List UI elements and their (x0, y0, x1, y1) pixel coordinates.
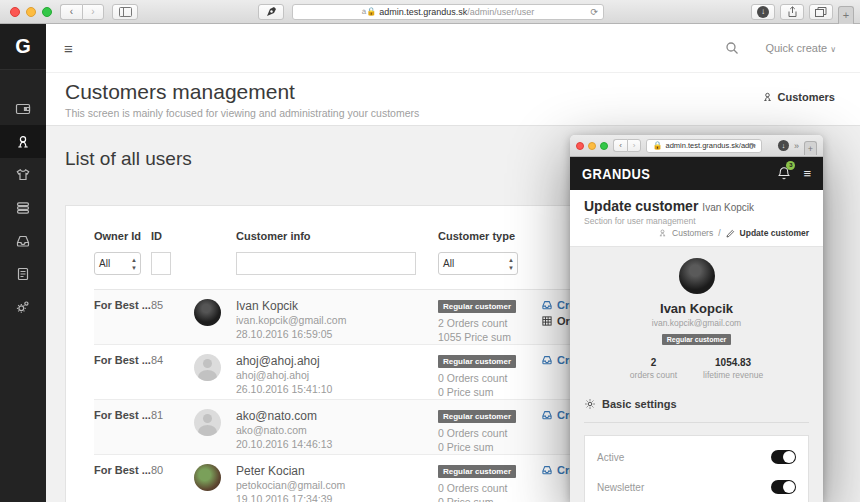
chevron-down-icon: ∨ (830, 45, 836, 54)
address-bar[interactable]: 🔒 admin.test.grandus.sk/adm ⟳ (646, 139, 762, 153)
menu-toggle-icon[interactable]: ≡ (803, 166, 811, 181)
storage-icon (15, 200, 31, 216)
cell-customer-type: Regular customer2 Orders count1055 Price… (438, 299, 541, 344)
setting-label: Newsletter (597, 482, 644, 493)
tabs-overview-button[interactable] (809, 4, 833, 20)
new-tab-button[interactable]: + (838, 6, 854, 24)
customer-type-badge: Regular customer (438, 300, 516, 313)
quick-create-dropdown[interactable]: Quick create∨ (765, 42, 836, 54)
customer-type-badge: Regular customer (438, 465, 516, 478)
sidebar-item-settings[interactable] (0, 290, 46, 323)
minimize-window-button[interactable] (588, 142, 596, 150)
create-mail-icon (541, 299, 553, 311)
reload-icon[interactable]: ⟳ (748, 141, 756, 151)
sidebar-item-inbox[interactable] (0, 224, 46, 257)
customer-name[interactable]: ako@nato.com (236, 409, 438, 423)
grandus-logo[interactable]: G (0, 24, 46, 70)
breadcrumb: Customers / Update customer (658, 228, 809, 238)
toolbar-overflow-icon[interactable]: » (794, 141, 799, 151)
owner-filter-select[interactable]: All▲▼ (94, 252, 141, 275)
col-customer-info[interactable]: Customer info (236, 230, 438, 242)
cell-customer-info: ako@nato.comako@nato.com20.10.2016 14:46… (236, 409, 438, 451)
reload-icon[interactable]: ⟳ (590, 7, 598, 17)
settings-divider (584, 422, 809, 423)
stepper-icon: ▲▼ (508, 256, 514, 272)
newsletter-toggle[interactable] (771, 480, 796, 494)
col-id[interactable]: ID (151, 230, 194, 242)
customer-name: Ivan Kopcik (570, 301, 823, 316)
avatar (194, 409, 221, 436)
price-sum: 0 Price sum (438, 440, 541, 454)
col-owner-id[interactable]: Owner Id (94, 230, 151, 242)
customer-name[interactable]: ahoj@ahoj.ahoj (236, 354, 438, 368)
id-filter-input[interactable] (151, 252, 171, 275)
price-sum: 0 Price sum (438, 495, 541, 502)
search-icon[interactable] (725, 41, 739, 55)
orders-grid-icon (541, 315, 553, 327)
customer-profile-card: Ivan Kopcik ivan.kopcik@gmail.com Regula… (570, 247, 823, 385)
share-button[interactable] (780, 4, 804, 20)
overlay-app-header: GRANDUS 3 ≡ (570, 157, 823, 190)
notification-badge: 3 (786, 161, 795, 170)
close-window-button[interactable] (10, 7, 20, 17)
sidebar-item-products[interactable] (0, 158, 46, 191)
create-mail-icon (541, 464, 553, 476)
customer-email: ako@nato.com (236, 423, 438, 437)
customer-created-date: 19.10.2016 17:34:39 (236, 492, 438, 502)
downloads-button[interactable]: ↓ (751, 4, 775, 20)
new-tab-button[interactable]: + (804, 141, 817, 155)
back-button[interactable]: ‹ (60, 4, 82, 20)
app-header: ≡ Quick create∨ (46, 24, 860, 72)
customer-info-filter-input[interactable] (236, 252, 416, 275)
gear-icon (584, 398, 596, 410)
breadcrumb-current: Update customer (740, 228, 809, 238)
price-sum: 1055 Price sum (438, 330, 541, 344)
sidebar-item-orders[interactable] (0, 92, 46, 125)
stat-value: 2 (630, 357, 677, 368)
url-host: admin.test.grandus.sk (379, 7, 467, 17)
sidebar-item-pages[interactable] (0, 257, 46, 290)
page-title: Customers management (65, 80, 836, 104)
forward-button[interactable]: › (82, 4, 104, 20)
download-icon[interactable]: ↓ (778, 140, 789, 151)
cell-customer-info: Ivan Kopcikivan.kopcik@gmail.com28.10.20… (236, 299, 438, 341)
extension-button[interactable] (258, 4, 284, 20)
active-toggle[interactable] (771, 450, 796, 464)
forward-button[interactable]: › (627, 139, 641, 152)
orders-count: 0 Orders count (438, 481, 541, 495)
back-button[interactable]: ‹ (613, 139, 627, 152)
sidebar-item-customers[interactable] (0, 125, 46, 158)
lock-icon: 🔒 (652, 141, 662, 150)
address-bar[interactable]: à🔒 admin.test.grandus.sk/admin/user/user… (292, 4, 604, 20)
create-mail-icon (541, 409, 553, 421)
customer-name[interactable]: Peter Kocian (236, 464, 438, 478)
cell-customer-info: ahoj@ahoj.ahojahoj@ahoj.ahoj26.10.2016 1… (236, 354, 438, 396)
avatar (679, 258, 715, 294)
sidebar-nav: G (0, 24, 46, 502)
minimize-window-button[interactable] (26, 7, 36, 17)
customer-name[interactable]: Ivan Kopcik (236, 299, 438, 313)
url-text: admin.test.grandus.sk/adm (665, 141, 755, 150)
menu-toggle-icon[interactable]: ≡ (64, 40, 73, 57)
create-mail-icon (541, 354, 553, 366)
breadcrumb-customers[interactable]: Customers (672, 228, 713, 238)
person-icon (658, 228, 667, 238)
close-window-button[interactable] (576, 142, 584, 150)
cell-owner-id: For Best ... (94, 299, 151, 311)
basic-settings-heading: Basic settings (570, 385, 823, 410)
type-filter-select[interactable]: All▲▼ (438, 252, 518, 275)
col-customer-type[interactable]: Customer type (438, 230, 541, 242)
sidebar-toggle-button[interactable] (112, 4, 138, 20)
overlay-subtitle: Section for user management (584, 216, 809, 226)
zoom-window-button[interactable] (42, 7, 52, 17)
customers-icon (15, 134, 31, 150)
sidebar-item-storage[interactable] (0, 191, 46, 224)
profile-stat: 2orders count (630, 357, 677, 380)
grandus-wordmark[interactable]: GRANDUS (582, 166, 650, 182)
zoom-window-button[interactable] (600, 142, 608, 150)
price-sum: 0 Price sum (438, 385, 541, 399)
customers-context-link[interactable]: Customers (762, 91, 835, 103)
customer-type-badge: Regular customer (438, 355, 516, 368)
notifications-button[interactable]: 3 (777, 166, 791, 181)
window-controls (10, 7, 52, 17)
